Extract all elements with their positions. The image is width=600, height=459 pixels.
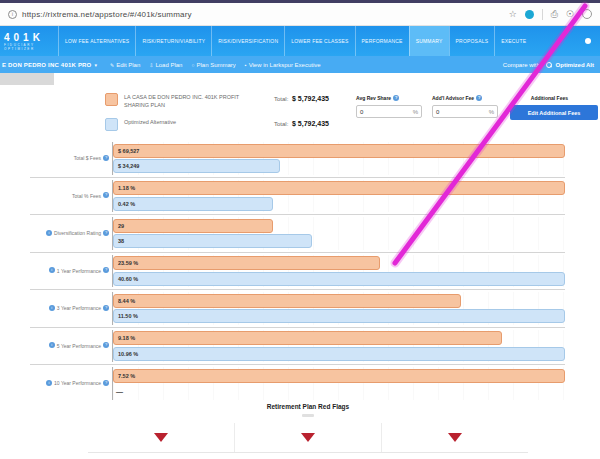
app-logo[interactable]: 401K FIDUCIARY OPTIMIZER — [0, 26, 58, 56]
edit-icon: ✎ — [110, 62, 114, 68]
row-bars: 1.18 %0.42 % — [112, 180, 565, 213]
help-icon[interactable]: ? — [476, 95, 482, 101]
legend-entry: LA CASA DE DON PEDRO INC. 401K PROFIT SH… — [105, 93, 350, 110]
row-label: Total % Fees? — [30, 180, 112, 213]
summary-icon: ○ — [191, 62, 194, 68]
tab-performance[interactable]: PERFORMANCE — [355, 26, 409, 56]
app-window: i https://rixtrema.net/appstore/#/401k/s… — [0, 0, 600, 459]
chart-row-group: Total $ Fees?$ 69,527$ 34,249 — [30, 140, 565, 177]
app-navbar: 401K FIDUCIARY OPTIMIZER LOW FEE ALTERNA… — [0, 26, 600, 56]
toolbar-action-load-plan[interactable]: ⇩Load Plan — [149, 62, 182, 68]
plan-bar: 9.18 % — [113, 331, 502, 345]
summary-page: LA CASA DE DON PEDRO INC. 401K PROFIT SH… — [0, 73, 600, 459]
optimized-bar: 10.96 % — [113, 347, 565, 361]
red-flag-column — [234, 423, 381, 452]
info-icon[interactable]: i — [49, 267, 55, 273]
info-icon[interactable]: i — [46, 380, 52, 386]
red-flags-title: Retirement Plan Red Flags — [88, 403, 528, 410]
chart-row-group: i1 Year Performance?23.59 %40.60 % — [30, 252, 565, 290]
nav-spacer — [532, 26, 585, 56]
extension-icon[interactable] — [525, 10, 534, 19]
help-icon[interactable]: ? — [393, 95, 399, 101]
legend-label: LA CASA DE DON PEDRO INC. 401K PROFIT SH… — [124, 93, 264, 110]
addl-advisor-fee-label: Add'l Advisor Fee? — [432, 95, 482, 102]
plan-bar: 1.18 % — [113, 181, 565, 195]
search-icon[interactable] — [546, 62, 552, 68]
plan-bar: 29 — [113, 219, 273, 233]
help-icon[interactable]: ? — [103, 192, 109, 198]
avg-rev-share-label: Avg Rev Share? — [356, 95, 399, 102]
red-flag-column — [381, 423, 528, 452]
tab-risk-return-viability[interactable]: RISK/RETURN/VIABILITY — [135, 26, 211, 56]
red-flag-triangle-icon[interactable] — [448, 433, 462, 442]
legend-label: Optimized Alternative — [124, 118, 264, 126]
tab-risk-diversification[interactable]: RISK/DIVERSIFICATION — [211, 26, 284, 56]
toolbar-actions: ✎Edit Plan⇩Load Plan○Plan Summary▪View i… — [101, 62, 321, 68]
chart-row-group: i3 Year Performance?8.44 %11.50 % — [30, 289, 565, 327]
bookmark-star-icon[interactable]: ☆ — [509, 9, 517, 19]
row-label: Total $ Fees? — [30, 142, 112, 175]
help-icon[interactable]: ? — [103, 342, 109, 348]
profile-avatar-icon[interactable] — [582, 9, 592, 19]
legend-entry: Optimized AlternativeTotal: $ 5,792,435 — [105, 118, 350, 131]
addl-advisor-fee-input[interactable]: 0 % — [432, 105, 498, 118]
avg-rev-share-input[interactable]: 0 % — [356, 105, 422, 118]
row-label: i5 Year Performance? — [30, 330, 112, 363]
row-label: iDiversification Rating? — [30, 217, 112, 250]
row-bars: 8.44 %11.50 % — [112, 292, 565, 325]
red-flags-row — [88, 423, 528, 453]
chevron-down-icon[interactable]: ▾ — [95, 62, 98, 68]
help-icon[interactable]: ? — [103, 305, 109, 311]
collections-icon[interactable]: ☉ — [566, 9, 574, 19]
legend-swatch-opt — [105, 118, 118, 131]
compare-with-label: Compare with: — [503, 62, 542, 68]
settings-icon[interactable] — [585, 38, 591, 44]
logo-text: 401K — [4, 32, 58, 43]
plan-bar: 8.44 % — [113, 294, 461, 308]
logo-subtext: FIDUCIARY OPTIMIZER — [4, 43, 58, 51]
plan-bar: 23.59 % — [113, 256, 380, 270]
toolbar-action-view-in-larkspur-executive[interactable]: ▪View in Larkspur Executive — [245, 62, 321, 68]
view-icon: ▪ — [245, 62, 247, 68]
info-icon[interactable]: i — [49, 305, 55, 311]
site-info-icon[interactable]: i — [8, 10, 17, 19]
row-bars: 23.59 %40.60 % — [112, 255, 565, 288]
divider — [542, 9, 543, 20]
chart-row-group: iDiversification Rating?2938 — [30, 214, 565, 252]
optimized-no-data: — — [113, 384, 565, 398]
help-icon[interactable]: ? — [103, 267, 109, 273]
plan-name[interactable]: E DON PEDRO INC 401K PRO — [2, 62, 92, 68]
row-label: i10 Year Performance? — [30, 367, 112, 400]
toolbar-action-plan-summary[interactable]: ○Plan Summary — [191, 62, 235, 68]
info-icon[interactable]: i — [49, 342, 55, 348]
tab-lower-fee-classes[interactable]: LOWER FEE CLASSES — [284, 26, 354, 56]
red-flag-triangle-icon[interactable] — [301, 433, 315, 442]
share-icon[interactable]: ⎙ — [551, 9, 558, 20]
collapsed-panel — [0, 73, 54, 85]
row-bars: 2938 — [112, 217, 565, 250]
nav-tabs: LOW FEE ALTERNATIVESRISK/RETURN/VIABILIT… — [58, 26, 532, 56]
help-icon[interactable]: ? — [103, 230, 109, 236]
row-bars: $ 69,527$ 34,249 — [112, 142, 565, 175]
row-bars: 7.52 %— — [112, 367, 565, 400]
tab-summary[interactable]: SUMMARY — [409, 26, 449, 56]
info-icon[interactable]: i — [46, 230, 52, 236]
percent-suffix: % — [413, 109, 418, 115]
toolbar-action-label: Edit Plan — [116, 62, 140, 68]
help-icon[interactable]: ? — [103, 155, 109, 161]
row-bars: 9.18 %10.96 % — [112, 330, 565, 363]
url-text[interactable]: https://rixtrema.net/appstore/#/401k/sum… — [22, 10, 192, 19]
legend-swatch-plan — [105, 93, 118, 106]
toolbar-action-edit-plan[interactable]: ✎Edit Plan — [110, 62, 140, 68]
red-flag-triangle-icon[interactable] — [154, 433, 168, 442]
tab-low-fee-alternatives[interactable]: LOW FEE ALTERNATIVES — [58, 26, 135, 56]
edit-additional-fees-button[interactable]: Edit Additional Fees — [510, 105, 598, 120]
tab-proposals[interactable]: PROPOSALS — [449, 26, 495, 56]
tab-execute[interactable]: EXECUTE — [494, 26, 532, 56]
compare-with-value[interactable]: Optimized Alt — [556, 62, 594, 68]
red-flags-subtitle — [302, 414, 314, 417]
chart-row-group: i10 Year Performance?7.52 %— — [30, 364, 565, 402]
help-icon[interactable]: ? — [103, 380, 109, 386]
plan-bar: 7.52 % — [113, 369, 565, 383]
legend-total: Total: $ 5,792,435 — [274, 118, 329, 127]
